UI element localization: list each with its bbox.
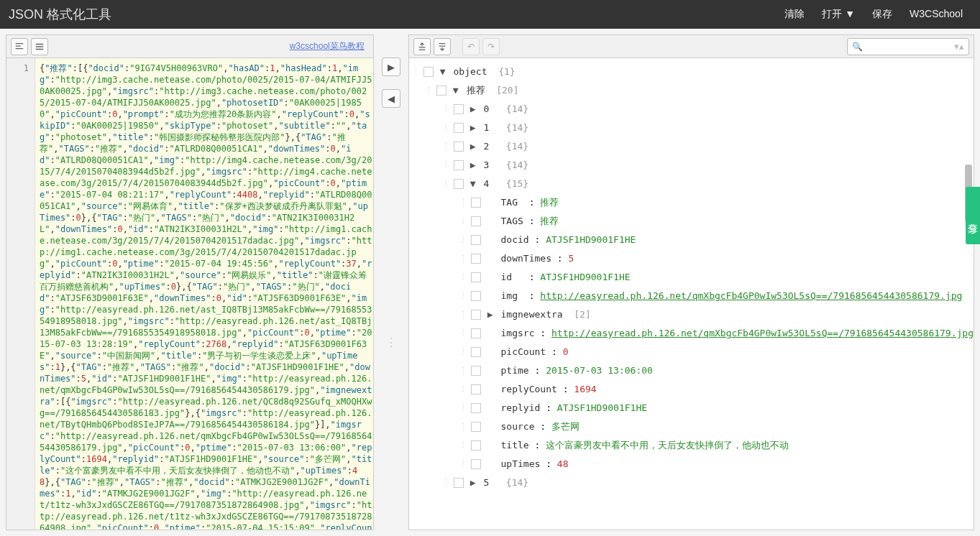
- tree-key: id: [501, 268, 513, 287]
- row-menu-icon[interactable]: [454, 179, 464, 189]
- tree-node-label: 1: [484, 119, 490, 137]
- row-menu-icon[interactable]: [471, 459, 481, 469]
- row-menu-icon[interactable]: [423, 67, 434, 77]
- tree-value[interactable]: 1694: [574, 380, 596, 399]
- drag-handle-icon[interactable]: ⋮⋮: [459, 436, 470, 455]
- tree-value[interactable]: 推荐: [540, 193, 559, 212]
- compact-button[interactable]: [31, 38, 48, 55]
- tree-value[interactable]: 0: [563, 343, 569, 361]
- drag-handle-icon[interactable]: ⋮⋮: [442, 473, 452, 492]
- row-menu-icon[interactable]: [471, 328, 481, 338]
- drag-handle-icon[interactable]: ⋮⋮: [459, 193, 470, 212]
- tree-value-link[interactable]: http://easyread.ph.126.net/qmXbgcFb4GP0w…: [540, 287, 962, 305]
- row-menu-icon[interactable]: [454, 104, 464, 114]
- drag-handle-icon[interactable]: ⋮⋮: [459, 399, 470, 417]
- collapse-arrow-icon[interactable]: ▼: [468, 175, 478, 193]
- drag-handle-icon[interactable]: ⋮⋮: [442, 156, 452, 175]
- row-menu-icon[interactable]: [454, 478, 464, 488]
- search-dropdown-icon[interactable]: ▾▴: [954, 41, 964, 52]
- format-button[interactable]: [11, 38, 28, 55]
- row-menu-icon[interactable]: [471, 422, 481, 432]
- row-menu-icon[interactable]: [471, 440, 481, 450]
- menu-save[interactable]: 保存: [864, 1, 901, 28]
- tree-value[interactable]: 推荐: [540, 212, 559, 231]
- row-menu-icon[interactable]: [454, 142, 464, 152]
- drag-handle-icon[interactable]: ⋮⋮: [459, 305, 470, 324]
- row-menu-icon[interactable]: [471, 366, 481, 376]
- drag-handle-icon[interactable]: ⋮⋮: [442, 100, 452, 119]
- editor-toolbar: w3cschool菜鸟教程: [6, 35, 373, 58]
- tree-key: downTimes: [501, 249, 551, 268]
- drag-handle-icon[interactable]: ⋮⋮: [459, 343, 470, 361]
- row-menu-icon[interactable]: [436, 86, 447, 96]
- expand-arrow-icon[interactable]: ▶: [468, 156, 478, 175]
- row-menu-icon[interactable]: [471, 272, 481, 282]
- tree-value[interactable]: 2015-07-03 13:06:00: [546, 361, 653, 380]
- share-tab[interactable]: 分享: [966, 187, 980, 244]
- menu-w3cschool[interactable]: W3CSchool: [901, 1, 971, 28]
- tree-value[interactable]: ATJSF1HD9001F1HE: [557, 399, 647, 417]
- drag-handle-icon[interactable]: ⋮⋮: [459, 249, 470, 268]
- drag-handle-icon[interactable]: ⋮⋮: [459, 324, 470, 343]
- expand-all-button[interactable]: [413, 38, 431, 55]
- row-menu-icon[interactable]: [471, 403, 481, 413]
- tree-key: img: [501, 287, 518, 305]
- row-menu-icon[interactable]: [471, 310, 481, 320]
- code-area[interactable]: {"推荐":[{"docid":"9IG74V5H00963VRO","hasA…: [35, 58, 373, 530]
- drag-handle-icon[interactable]: ⋮⋮: [459, 455, 470, 473]
- row-menu-icon[interactable]: [471, 216, 481, 226]
- row-menu-icon[interactable]: [471, 347, 481, 357]
- drag-handle-icon[interactable]: ⋮⋮: [412, 63, 422, 81]
- row-menu-icon[interactable]: [471, 254, 481, 264]
- row-menu-icon[interactable]: [471, 384, 481, 394]
- editor[interactable]: 1 {"推荐":[{"docid":"9IG74V5H00963VRO","ha…: [6, 58, 373, 530]
- search-input[interactable]: 🔍 ▾▴: [847, 38, 969, 55]
- expand-arrow-icon[interactable]: ▶: [468, 473, 478, 492]
- row-menu-icon[interactable]: [454, 160, 464, 170]
- tree-node-label: 4: [484, 175, 490, 193]
- expand-arrow-icon[interactable]: ▶: [468, 100, 478, 119]
- menu-clear[interactable]: 清除: [776, 1, 813, 28]
- tree-node-label: 5: [484, 473, 490, 492]
- drag-handle-icon[interactable]: ⋮⋮: [459, 361, 470, 380]
- row-menu-icon[interactable]: [454, 123, 464, 133]
- drag-handle-icon[interactable]: ⋮⋮: [425, 81, 435, 100]
- tree-value-link[interactable]: http://easyread.ph.126.net/qmXbgcFb4GP0w…: [551, 324, 974, 343]
- menu-open[interactable]: 打开 ▼: [813, 1, 864, 28]
- expand-arrow-icon[interactable]: ▶: [468, 137, 478, 156]
- tree-value[interactable]: 5: [568, 249, 574, 268]
- row-menu-icon[interactable]: [471, 198, 481, 208]
- drag-handle-icon[interactable]: ⋮: [385, 336, 397, 349]
- undo-button[interactable]: ↶: [462, 38, 480, 55]
- drag-handle-icon[interactable]: ⋮⋮: [442, 175, 452, 193]
- to-right-button[interactable]: ▶: [382, 57, 400, 76]
- tree-value[interactable]: 多芒网: [551, 417, 580, 436]
- tree-value[interactable]: 这个富豪男友中看不中用，天后女友快摔倒了，他动也不动: [546, 436, 789, 455]
- tree-value[interactable]: ATJSF1HD9001F1HE: [546, 231, 636, 249]
- drag-handle-icon[interactable]: ⋮⋮: [442, 137, 452, 156]
- collapse-arrow-icon[interactable]: ▼: [451, 81, 461, 100]
- drag-handle-icon[interactable]: ⋮⋮: [459, 212, 470, 231]
- collapse-all-button[interactable]: [434, 38, 451, 55]
- search-icon: 🔍: [852, 42, 863, 52]
- drag-handle-icon[interactable]: ⋮⋮: [442, 119, 452, 137]
- drag-handle-icon[interactable]: ⋮⋮: [459, 417, 470, 436]
- tree-value[interactable]: ATJSF1HD9001F1HE: [540, 268, 630, 287]
- expand-arrow-icon[interactable]: ▶: [468, 119, 478, 137]
- drag-handle-icon[interactable]: ⋮⋮: [459, 231, 470, 249]
- to-left-button[interactable]: ◀: [382, 89, 400, 108]
- tree-value[interactable]: 48: [557, 455, 569, 473]
- drag-handle-icon[interactable]: ⋮⋮: [459, 287, 470, 305]
- tree-node-label: 3: [484, 156, 490, 175]
- drag-handle-icon[interactable]: ⋮⋮: [459, 380, 470, 399]
- tree-key: imgsrc: [501, 324, 535, 343]
- tree-view[interactable]: ⋮⋮▼ object {1} ⋮⋮▼ 推荐 [20] ⋮⋮▶ 0 {14} ⋮⋮…: [409, 58, 974, 530]
- expand-arrow-icon[interactable]: ▶: [485, 305, 495, 324]
- row-menu-icon[interactable]: [471, 235, 481, 245]
- collapse-arrow-icon[interactable]: ▼: [438, 63, 448, 81]
- row-menu-icon[interactable]: [471, 291, 481, 301]
- redo-button[interactable]: ↷: [482, 38, 500, 55]
- app-title: JSON 格式化工具: [9, 6, 776, 23]
- tutorial-link[interactable]: w3cschool菜鸟教程: [290, 40, 365, 52]
- drag-handle-icon[interactable]: ⋮⋮: [459, 268, 470, 287]
